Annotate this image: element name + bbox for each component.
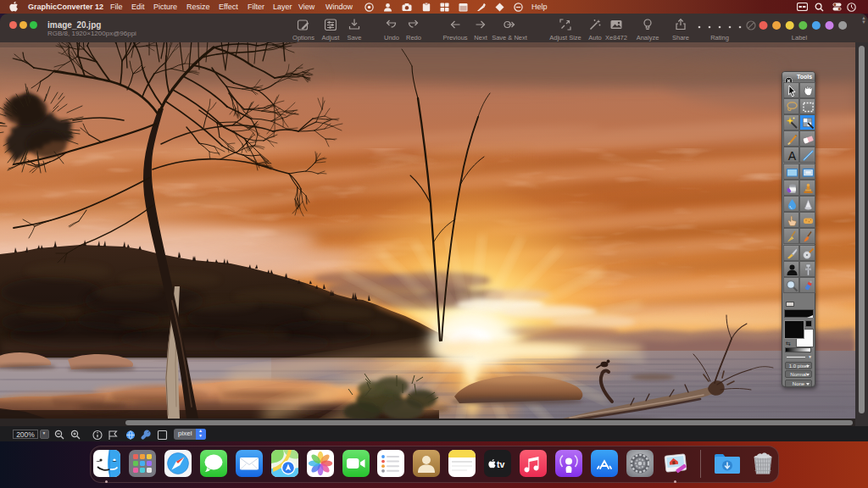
svg-text:A: A <box>788 149 797 163</box>
svg-text:tv: tv <box>497 459 504 469</box>
